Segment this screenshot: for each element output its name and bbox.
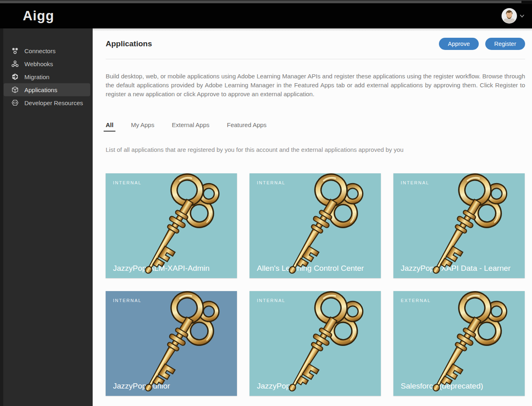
app-type-badge: EXTERNAL <box>401 298 431 303</box>
webhook-icon <box>11 60 19 67</box>
tab-bar: AllMy AppsExternal AppsFeatured Apps <box>104 121 525 132</box>
app-type-badge: INTERNAL <box>401 180 429 185</box>
sidebar-item-label: Applications <box>24 86 57 93</box>
migration-icon <box>11 73 19 80</box>
applications-icon <box>11 86 19 93</box>
gold-key-illustration <box>254 291 378 396</box>
gold-key-illustration <box>398 173 522 278</box>
sidebar-item-webhooks[interactable]: Webhooks <box>4 57 90 70</box>
content-area: Applications Approve Register Build desk… <box>93 28 532 406</box>
list-caption: List of all applications that are regist… <box>106 146 525 153</box>
register-button[interactable]: Register <box>485 38 525 50</box>
app-type-badge: INTERNAL <box>257 180 285 185</box>
sidebar-item-connectors[interactable]: Connectors <box>4 44 90 57</box>
app-card-jazzypop-alm-xapi-admin[interactable]: INTERNAL JazzyPop-ALM-XAPI-Admin <box>106 173 237 278</box>
app-card-jazzypop-xapi-data-learner[interactable]: INTERNAL JazzyPop - XAPI Data - Learner <box>393 173 525 278</box>
tab-my-apps[interactable]: My Apps <box>129 121 156 132</box>
chevron-down-icon[interactable] <box>519 13 525 19</box>
gold-key-illustration <box>111 173 234 278</box>
approve-button[interactable]: Approve <box>439 38 479 50</box>
tab-all[interactable]: All <box>104 121 115 132</box>
app-type-badge: INTERNAL <box>257 298 285 303</box>
app-card-salesforce-deprecated[interactable]: EXTERNAL Salesforce (deprecated) <box>393 291 525 396</box>
gold-key-illustration <box>254 173 378 278</box>
sidebar-item-developer-resources[interactable]: Developer Resources <box>4 96 90 109</box>
tab-featured-apps[interactable]: Featured Apps <box>225 121 269 132</box>
sidebar-nav: Connectors Webhooks Migration Applicatio… <box>0 28 93 406</box>
app-card-jazzypop[interactable]: INTERNAL JazzyPop <box>250 291 381 396</box>
tab-external-apps[interactable]: External Apps <box>170 121 212 132</box>
brand-logo: Aigg <box>23 8 54 24</box>
sidebar-item-label: Connectors <box>24 48 56 54</box>
page-description: Build desktop, web, or mobile applicatio… <box>106 72 525 99</box>
app-card-jazzypop-junior[interactable]: INTERNAL JazzyPop-Junior <box>106 291 237 396</box>
sidebar-item-label: Migration <box>24 73 50 80</box>
app-card-grid: INTERNAL JazzyPop-ALM-XAPI-Admin INTERNA… <box>106 173 525 396</box>
gold-key-illustration <box>398 291 522 396</box>
window-top-bar <box>0 0 532 3</box>
page-header: Applications Approve Register <box>106 28 525 59</box>
connectors-icon <box>11 47 19 54</box>
sidebar-item-label: Webhooks <box>24 60 53 67</box>
sidebar-item-label: Developer Resources <box>24 99 83 106</box>
gold-key-illustration <box>111 291 234 396</box>
user-avatar[interactable] <box>502 8 517 24</box>
user-menu[interactable] <box>502 8 525 24</box>
main-layout: Connectors Webhooks Migration Applicatio… <box>0 28 532 406</box>
app-type-badge: INTERNAL <box>113 180 141 185</box>
sidebar-item-migration[interactable]: Migration <box>4 70 90 83</box>
app-card-allen-s-learning-control-center[interactable]: INTERNAL Allen's Learning Control Center <box>250 173 381 278</box>
app-type-badge: INTERNAL <box>113 298 141 303</box>
app-header: Aigg <box>0 3 532 28</box>
sidebar-item-applications[interactable]: Applications <box>4 83 90 96</box>
page-title: Applications <box>106 39 432 48</box>
developer-resources-icon <box>11 99 19 106</box>
